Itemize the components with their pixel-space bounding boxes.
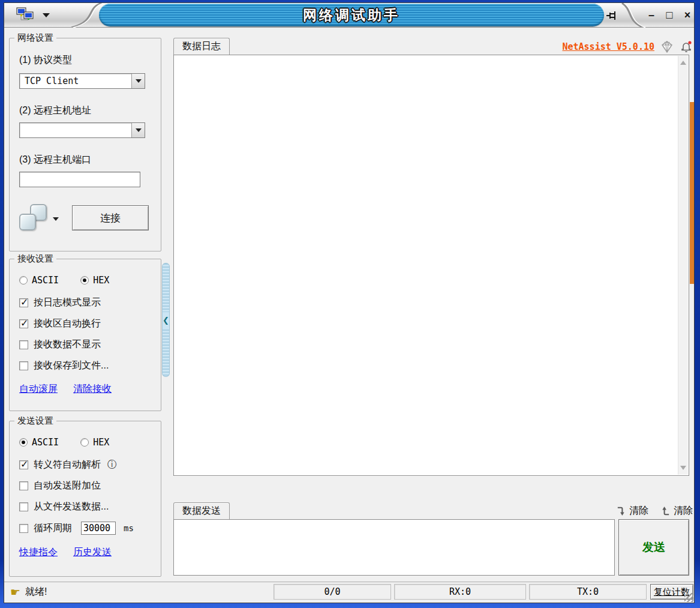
scroll-up-icon[interactable] <box>680 61 686 65</box>
send-ascii-radio[interactable]: ASCII <box>19 437 59 448</box>
notification-dot <box>688 41 691 44</box>
packet-counter-panel: 0/0 <box>274 584 391 600</box>
send-settings-group: 发送设置 ASCII HEX 转义符自动解析 ⓘ 自动发送附加位 <box>9 421 161 577</box>
radio-label: ASCII <box>32 437 59 448</box>
tab-data-send[interactable]: 数据发送 <box>173 502 230 519</box>
checkbox-box <box>19 340 28 349</box>
clear-button-label: 清除 <box>629 505 648 517</box>
checkbox-hide-received[interactable]: 接收数据不显示 <box>19 339 101 351</box>
host-select[interactable] <box>19 122 145 138</box>
bell-notification-icon[interactable] <box>680 40 693 53</box>
radio-circle <box>19 276 28 284</box>
log-scrollbar[interactable] <box>678 56 688 475</box>
connection-options-arrow-icon[interactable] <box>53 217 59 221</box>
resize-grip[interactable] <box>684 593 693 602</box>
checkbox-auto-wrap[interactable]: 接收区自动换行 <box>19 318 101 330</box>
receive-hex-radio[interactable]: HEX <box>80 275 109 286</box>
checkbox-box <box>19 298 28 307</box>
window-edge-accent <box>690 102 694 284</box>
version-link[interactable]: NetAssist V5.0.10 <box>562 41 654 52</box>
checkbox-log-mode[interactable]: 按日志模式显示 <box>19 296 101 309</box>
clear-receive-button[interactable]: 清除 <box>616 505 648 517</box>
radio-circle <box>80 438 89 447</box>
cycle-unit-label: ms <box>124 523 134 533</box>
host-label: (2) 远程主机地址 <box>19 104 91 117</box>
radio-circle <box>80 276 89 284</box>
status-text: 就绪! <box>25 586 47 598</box>
rx-counter-panel: RX:0 <box>394 584 526 600</box>
checkbox-label: 按日志模式显示 <box>34 296 101 309</box>
radio-label: HEX <box>93 437 109 448</box>
radio-label: ASCII <box>32 275 59 286</box>
network-icon[interactable] <box>15 7 39 25</box>
cycle-period-input[interactable] <box>81 522 116 535</box>
send-hex-radio[interactable]: HEX <box>80 437 109 448</box>
send-input[interactable] <box>173 519 615 576</box>
protocol-label: (1) 协议类型 <box>19 54 72 67</box>
port-input[interactable] <box>19 172 140 187</box>
pin-icon[interactable] <box>605 8 620 23</box>
checkbox-label: 接收数据不显示 <box>34 339 101 351</box>
protocol-select[interactable]: TCP Client <box>19 73 145 89</box>
titlebar-curve-right <box>620 3 646 28</box>
checkbox-escape-parse[interactable]: 转义符自动解析 ⓘ <box>19 459 117 471</box>
checkbox-save-to-file[interactable]: 接收保存到文件... <box>19 360 109 372</box>
checkbox-box <box>19 460 28 469</box>
clear-receive-link[interactable]: 清除接收 <box>73 383 112 396</box>
panel-collapse-splitter[interactable]: ❮ <box>162 263 170 377</box>
checkbox-label: 转义符自动解析 <box>34 459 101 471</box>
connect-button-label: 连接 <box>100 211 121 225</box>
close-button[interactable]: × <box>680 7 695 23</box>
radio-circle <box>19 438 28 447</box>
tab-label: 数据日志 <box>182 40 221 53</box>
checkbox-box <box>19 481 28 490</box>
chevron-down-icon[interactable] <box>131 74 145 88</box>
checkbox-box <box>19 502 28 511</box>
send-history-link[interactable]: 历史发送 <box>73 546 112 559</box>
connect-button[interactable]: 连接 <box>72 205 149 230</box>
checkbox-auto-append[interactable]: 自动发送附加位 <box>19 480 101 492</box>
autoscroll-link[interactable]: 自动滚屏 <box>19 383 58 396</box>
group-title: 接收设置 <box>14 253 56 265</box>
checkbox-cycle-send[interactable]: 循环周期 ms <box>19 522 134 535</box>
checkbox-box <box>19 361 28 370</box>
checkbox-label: 从文件发送数据... <box>34 501 109 513</box>
connection-state-icon[interactable] <box>18 204 49 233</box>
port-label: (3) 远程主机端口 <box>19 154 91 166</box>
shortcut-commands-link[interactable]: 快捷指令 <box>19 546 58 559</box>
chevron-down-icon[interactable] <box>131 123 145 137</box>
checkbox-label: 自动发送附加位 <box>34 480 101 492</box>
app-window: 网络调试助手 – □ × 网络设置 (1) 协议类型 TCP Client (2… <box>0 0 700 608</box>
data-log-area[interactable] <box>173 55 689 476</box>
send-button-label: 发送 <box>642 540 665 555</box>
diamond-icon[interactable] <box>660 40 674 53</box>
info-icon[interactable]: ⓘ <box>107 459 117 471</box>
scroll-down-icon[interactable] <box>680 466 686 470</box>
titlebar-capsule: 网络调试助手 <box>99 4 604 26</box>
checkbox-label: 接收区自动换行 <box>34 318 101 330</box>
clear-button-label: 清除 <box>674 505 693 517</box>
titlebar[interactable]: 网络调试助手 – □ × <box>4 3 694 28</box>
group-title: 发送设置 <box>14 415 56 427</box>
receive-settings-group: 接收设置 ASCII HEX 按日志模式显示 接收区自动换行 <box>9 259 161 411</box>
tx-counter-panel: TX:0 <box>529 584 647 600</box>
checkbox-box <box>19 524 28 533</box>
app-menu-arrow-icon[interactable] <box>43 13 50 17</box>
minimize-button[interactable]: – <box>644 7 659 23</box>
window-frame: 网络调试助手 – □ × 网络设置 (1) 协议类型 TCP Client (2… <box>4 2 695 603</box>
maximize-button[interactable]: □ <box>662 7 677 23</box>
checkbox-label: 接收保存到文件... <box>34 360 109 372</box>
radio-label: HEX <box>93 275 109 286</box>
statusbar: ☛ 就绪! 0/0 RX:0 TX:0 复位计数 <box>4 582 694 603</box>
protocol-value: TCP Client <box>20 76 131 86</box>
receive-ascii-radio[interactable]: ASCII <box>19 275 59 286</box>
checkbox-box <box>19 319 28 328</box>
clear-send-button[interactable]: 清除 <box>660 505 693 517</box>
arrow-corner-up-icon <box>660 506 671 516</box>
arrow-corner-down-icon <box>616 506 626 516</box>
checkbox-send-from-file[interactable]: 从文件发送数据... <box>19 501 109 513</box>
send-button[interactable]: 发送 <box>618 519 689 576</box>
window-title: 网络调试助手 <box>303 6 400 25</box>
tab-data-log[interactable]: 数据日志 <box>173 38 230 55</box>
network-settings-group: 网络设置 (1) 协议类型 TCP Client (2) 远程主机地址 (3) … <box>9 38 161 251</box>
